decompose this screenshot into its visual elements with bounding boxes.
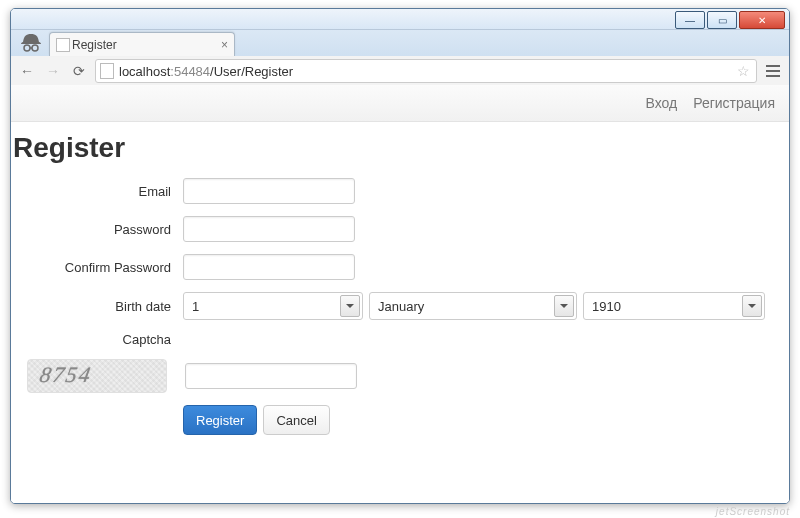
- forward-button[interactable]: →: [43, 61, 63, 81]
- back-button[interactable]: ←: [17, 61, 37, 81]
- captcha-label: Captcha: [21, 332, 183, 347]
- password-input[interactable]: [183, 216, 355, 242]
- birth-month-select[interactable]: January: [369, 292, 577, 320]
- chevron-down-icon: [742, 295, 762, 317]
- browser-tab[interactable]: Register ×: [49, 32, 235, 56]
- page-content: Вход Регистрация Register Email Password…: [11, 85, 789, 503]
- cancel-button[interactable]: Cancel: [263, 405, 329, 435]
- tab-close-icon[interactable]: ×: [221, 38, 228, 52]
- window-maximize-button[interactable]: ▭: [707, 11, 737, 29]
- tab-strip: Register ×: [11, 30, 789, 56]
- svg-point-1: [32, 45, 38, 51]
- password-label: Password: [21, 222, 183, 237]
- confirm-password-label: Confirm Password: [21, 260, 183, 275]
- tab-favicon: [56, 38, 70, 52]
- incognito-icon: [19, 32, 43, 54]
- window-minimize-button[interactable]: —: [675, 11, 705, 29]
- confirm-password-input[interactable]: [183, 254, 355, 280]
- url-host: localhost: [119, 64, 170, 79]
- browser-toolbar: ← → ⟳ localhost:54484/User/Register ☆: [11, 56, 789, 87]
- bookmark-star-icon[interactable]: ☆: [737, 63, 750, 79]
- tab-title: Register: [72, 38, 117, 52]
- reload-button[interactable]: ⟳: [69, 61, 89, 81]
- email-input[interactable]: [183, 178, 355, 204]
- site-top-nav: Вход Регистрация: [11, 85, 789, 122]
- address-bar[interactable]: localhost:54484/User/Register ☆: [95, 59, 757, 83]
- captcha-image: 8754: [27, 359, 167, 393]
- email-label: Email: [21, 184, 183, 199]
- birth-year-select[interactable]: 1910: [583, 292, 765, 320]
- birth-year-value: 1910: [592, 299, 621, 314]
- url-port: :54484: [170, 64, 210, 79]
- window-titlebar: — ▭ ✕: [11, 9, 789, 30]
- captcha-input[interactable]: [185, 363, 357, 389]
- register-form: Email Password Confirm Password Birth da…: [11, 178, 789, 435]
- birthdate-label: Birth date: [21, 299, 183, 314]
- url-path: /User/Register: [210, 64, 293, 79]
- chevron-down-icon: [340, 295, 360, 317]
- birth-day-value: 1: [192, 299, 199, 314]
- chevron-down-icon: [554, 295, 574, 317]
- nav-login-link[interactable]: Вход: [645, 95, 677, 111]
- watermark: jetScreenshot: [716, 506, 790, 517]
- browser-window: — ▭ ✕ Register × ← → ⟳ localhost:54484/U…: [10, 8, 790, 504]
- page-icon: [100, 63, 114, 79]
- register-button[interactable]: Register: [183, 405, 257, 435]
- nav-register-link[interactable]: Регистрация: [693, 95, 775, 111]
- page-heading: Register: [13, 132, 789, 164]
- birth-month-value: January: [378, 299, 424, 314]
- svg-point-0: [24, 45, 30, 51]
- hamburger-menu-icon[interactable]: [763, 61, 783, 81]
- window-close-button[interactable]: ✕: [739, 11, 785, 29]
- captcha-text: 8754: [38, 362, 95, 388]
- birth-day-select[interactable]: 1: [183, 292, 363, 320]
